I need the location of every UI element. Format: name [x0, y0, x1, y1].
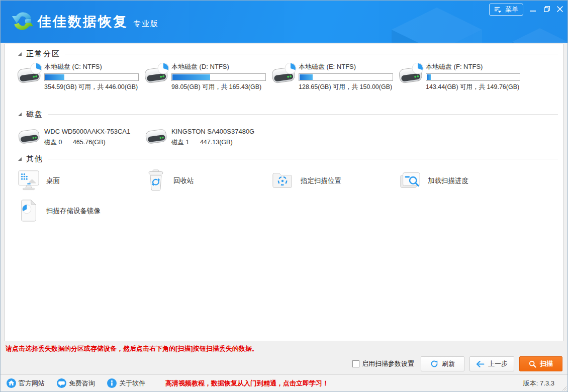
title-bar: 佳佳数据恢复专业版 菜单	[1, 1, 567, 43]
disks-row: WDC WD5000AAKX-753CA1 磁盘 0 465.76(GB) KI…	[16, 125, 558, 150]
usage-bar-fill	[427, 74, 431, 80]
partition-drive-icon	[16, 63, 42, 87]
partition-item-f[interactable]: 本地磁盘 (F: NTFS) 143.44(GB) 可用，共 149.76(GB…	[398, 61, 525, 92]
menu-icon	[494, 6, 503, 13]
footer-bar: 官方网站 免费咨询 关于软件 高清视频教程，数据恢复从入门到精通，点击立即学习！…	[1, 374, 567, 391]
app-title: 佳佳数据恢复	[38, 14, 128, 29]
edition-badge: 专业版	[133, 19, 159, 28]
menu-button[interactable]: 菜单	[489, 4, 523, 16]
close-button[interactable]	[554, 4, 565, 15]
refresh-label: 刷新	[442, 359, 455, 368]
section-header-others[interactable]: 其他	[5, 153, 563, 164]
partition-item-e[interactable]: 本地磁盘 (E: NTFS) 128.65(GB) 可用，共 150.00(GB…	[270, 61, 398, 92]
usage-bar-fill	[300, 74, 313, 80]
partition-item-c[interactable]: 本地磁盘 (C: NTFS) 354.59(GB) 可用，共 446.00(GB…	[16, 61, 143, 92]
section-title: 磁盘	[26, 110, 43, 119]
section-title: 正常分区	[26, 49, 60, 59]
disk-label: 磁盘 0	[44, 139, 62, 146]
instruction-hint: 请点击选择丢失数据的分区或存储设备，然后点击右下角的[扫描]按钮扫描丢失的数据。	[6, 344, 258, 353]
scan-settings-label: 启用扫描参数设置	[362, 359, 414, 368]
partition-name: 本地磁盘 (E: NTFS)	[299, 61, 398, 71]
other-item-scan-image[interactable]: 扫描存储设备镜像	[16, 199, 143, 224]
partition-name: 本地磁盘 (C: NTFS)	[44, 61, 143, 71]
partition-usage-text: 98.05(GB) 可用，共 165.43(GB)	[171, 83, 270, 91]
refresh-button[interactable]: 刷新	[421, 356, 464, 371]
restore-button[interactable]	[541, 4, 552, 15]
partition-drive-icon	[270, 63, 297, 87]
collapse-triangle-icon	[18, 52, 22, 56]
others-row-2: 扫描存储设备镜像	[16, 199, 558, 224]
other-item-recycle-bin[interactable]: 回收站	[143, 168, 270, 193]
menu-label: 菜单	[505, 5, 518, 14]
usage-bar	[426, 73, 520, 81]
minimize-icon	[530, 6, 536, 12]
other-item-specify-location[interactable]: 指定扫描位置	[270, 168, 398, 193]
disk-capacity: 447.13(GB)	[200, 139, 233, 146]
section-header-disks[interactable]: 磁盘	[5, 109, 563, 120]
partition-name: 本地磁盘 (D: NTFS)	[171, 61, 270, 71]
others-row-1: 桌面 回收站 指定扫描位置 加载扫描进度	[16, 168, 558, 193]
app-window: 佳佳数据恢复专业版 菜单 正常分区 本地磁盘	[0, 0, 568, 392]
section-divider	[48, 159, 558, 159]
recycle-bin-icon	[144, 169, 167, 192]
usage-bar	[299, 73, 393, 81]
official-website-label: 官方网站	[19, 379, 45, 388]
partition-name: 本地磁盘 (F: NTFS)	[426, 61, 525, 71]
free-consultation-link[interactable]: 免费咨询	[57, 378, 95, 388]
disk-capacity: 465.76(GB)	[73, 139, 106, 146]
magnifier-icon	[529, 360, 536, 368]
scan-settings-checkbox-group[interactable]: 启用扫描参数设置	[352, 359, 414, 368]
other-item-load-progress[interactable]: 加载扫描进度	[398, 168, 525, 193]
official-website-link[interactable]: 官方网站	[7, 378, 45, 388]
disk-image-icon	[17, 199, 40, 222]
disk-drive-icon	[143, 126, 169, 147]
partition-drive-icon	[143, 63, 169, 87]
about-software-label: 关于软件	[119, 379, 145, 388]
about-software-link[interactable]: 关于软件	[107, 378, 145, 388]
usage-bar	[44, 73, 139, 81]
partition-usage-text: 128.65(GB) 可用，共 150.00(GB)	[299, 83, 398, 91]
disk-model: WDC WD5000AAKX-753CA1	[44, 125, 143, 135]
section-header-partitions[interactable]: 正常分区	[5, 48, 563, 59]
collapse-triangle-icon	[18, 113, 22, 116]
home-icon	[7, 378, 16, 388]
section-divider	[48, 114, 558, 115]
partition-usage-text: 143.44(GB) 可用，共 149.76(GB)	[426, 83, 525, 91]
scan-label: 扫描	[540, 359, 553, 368]
free-consultation-label: 免费咨询	[69, 379, 95, 388]
load-progress-icon	[399, 169, 422, 192]
partition-item-d[interactable]: 本地磁盘 (D: NTFS) 98.05(GB) 可用，共 165.43(GB)	[143, 61, 270, 92]
folder-target-icon	[271, 169, 295, 192]
arrow-left-icon	[476, 361, 485, 367]
disk-model: KINGSTON SA400S37480G	[171, 125, 270, 135]
partition-drive-icon	[398, 63, 424, 87]
collapse-triangle-icon	[18, 157, 22, 161]
usage-bar-fill	[172, 74, 210, 80]
app-logo-icon	[9, 8, 36, 35]
back-button[interactable]: 上一步	[469, 356, 514, 371]
section-title: 其他	[26, 154, 43, 164]
disk-drive-icon	[16, 126, 42, 147]
back-label: 上一步	[488, 359, 508, 368]
close-icon	[557, 6, 563, 12]
version-label: 版本: 7.3.3	[523, 379, 554, 388]
chat-icon	[57, 378, 66, 388]
tutorial-promo-link[interactable]: 高清视频教程，数据恢复从入门到精通，点击立即学习！	[165, 379, 329, 388]
header-cubes-decoration	[286, 1, 567, 43]
device-list-panel: 正常分区 本地磁盘 (C: NTFS) 354.59(GB) 可用，共 446.…	[5, 44, 563, 341]
scan-settings-checkbox[interactable]	[352, 360, 359, 367]
scan-button[interactable]: 扫描	[519, 356, 562, 371]
partition-usage-text: 354.59(GB) 可用，共 446.00(GB)	[44, 83, 143, 91]
minimize-button[interactable]	[527, 4, 538, 15]
disk-item-0[interactable]: WDC WD5000AAKX-753CA1 磁盘 0 465.76(GB)	[16, 125, 143, 150]
desktop-icon	[17, 169, 40, 192]
usage-bar	[171, 73, 266, 81]
restore-icon	[544, 6, 550, 12]
disk-item-1[interactable]: KINGSTON SA400S37480G 磁盘 1 447.13(GB)	[143, 125, 270, 150]
other-item-desktop[interactable]: 桌面	[16, 168, 143, 193]
partitions-row: 本地磁盘 (C: NTFS) 354.59(GB) 可用，共 446.00(GB…	[16, 61, 558, 92]
disk-label: 磁盘 1	[171, 139, 189, 146]
usage-bar-fill	[45, 74, 64, 80]
resize-grip[interactable]	[561, 385, 567, 391]
section-divider	[65, 54, 558, 54]
